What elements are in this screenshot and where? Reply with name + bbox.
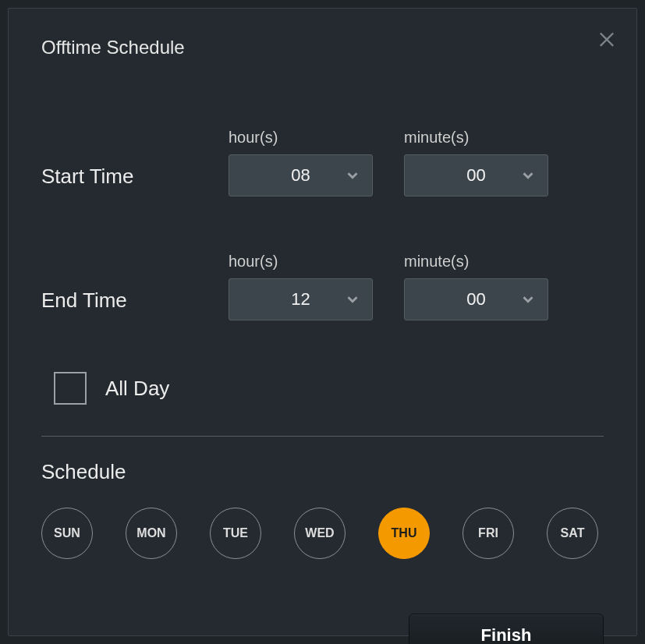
days-row: SUN MON TUE WED THU FRI SAT: [41, 508, 604, 559]
chevron-down-icon: [344, 167, 361, 184]
start-minute-label: minute(s): [404, 129, 548, 147]
close-icon[interactable]: [596, 27, 618, 49]
start-minute-select[interactable]: 00: [404, 154, 548, 196]
chevron-down-icon: [519, 167, 537, 184]
schedule-label: Schedule: [41, 460, 604, 484]
day-sun[interactable]: SUN: [41, 508, 93, 559]
start-minute-field: minute(s) 00: [404, 129, 548, 196]
all-day-row: All Day: [41, 372, 604, 405]
divider: [41, 436, 604, 437]
end-minute-select[interactable]: 00: [404, 278, 548, 320]
start-hour-select[interactable]: 08: [229, 154, 373, 196]
day-mon[interactable]: MON: [126, 508, 177, 559]
end-hour-select[interactable]: 12: [229, 278, 373, 320]
all-day-checkbox[interactable]: [54, 372, 87, 405]
start-hour-label: hour(s): [229, 129, 373, 147]
start-time-label: Start Time: [41, 165, 197, 196]
end-time-row: End Time hour(s) 12 minute(s) 00: [41, 253, 604, 320]
all-day-label: All Day: [105, 377, 169, 401]
day-fri[interactable]: FRI: [462, 508, 514, 559]
finish-button[interactable]: Finish: [409, 614, 604, 644]
end-minute-label: minute(s): [404, 253, 548, 271]
dialog-footer: Finish: [41, 614, 604, 644]
dialog-title: Offtime Schedule: [41, 37, 604, 58]
chevron-down-icon: [344, 291, 361, 308]
chevron-down-icon: [519, 291, 537, 308]
end-hour-field: hour(s) 12: [229, 253, 373, 320]
start-hour-field: hour(s) 08: [229, 129, 373, 196]
day-tue[interactable]: TUE: [210, 508, 261, 559]
end-hour-label: hour(s): [229, 253, 373, 271]
offtime-schedule-dialog: Offtime Schedule Start Time hour(s) 08 m…: [8, 8, 637, 636]
start-time-row: Start Time hour(s) 08 minute(s) 00: [41, 129, 604, 196]
day-wed[interactable]: WED: [294, 508, 346, 559]
end-time-label: End Time: [41, 288, 197, 320]
day-thu[interactable]: THU: [378, 508, 430, 559]
end-minute-field: minute(s) 00: [404, 253, 548, 320]
day-sat[interactable]: SAT: [547, 508, 598, 559]
